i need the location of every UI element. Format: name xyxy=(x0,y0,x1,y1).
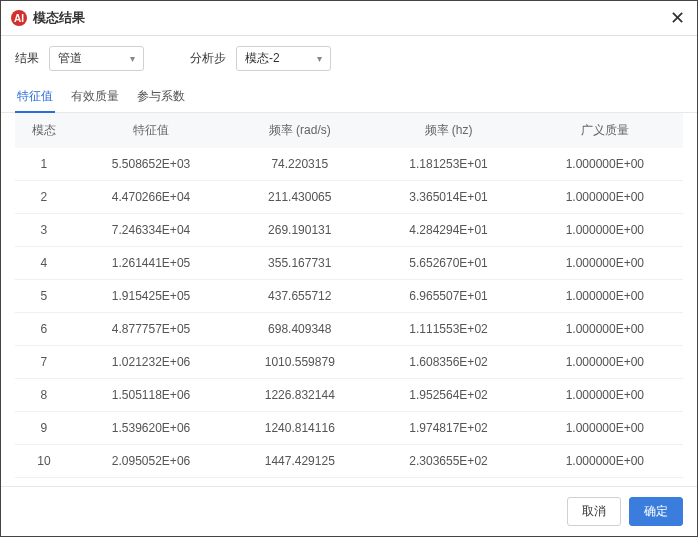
table-body: 15.508652E+0374.2203151.181253E+011.0000… xyxy=(15,148,683,486)
table-header-cell: 频率 (hz) xyxy=(370,113,526,148)
table-header-cell: 频率 (rad/s) xyxy=(229,113,370,148)
table-cell: 1.181253E+01 xyxy=(370,148,526,181)
table-cell: 3.365014E+01 xyxy=(370,181,526,214)
table-row: 71.021232E+061010.5598791.608356E+021.00… xyxy=(15,346,683,379)
table-row: 51.915425E+05437.6557126.965507E+011.000… xyxy=(15,280,683,313)
table-cell: 5.508652E+03 xyxy=(73,148,229,181)
table-cell: 7.246334E+04 xyxy=(73,214,229,247)
result-select[interactable]: 管道 ▾ xyxy=(49,46,144,71)
table-cell: 1.000000E+00 xyxy=(527,214,683,247)
app-icon: AI xyxy=(11,10,27,26)
table-cell: 1.000000E+00 xyxy=(527,346,683,379)
table-cell: 1.000000E+00 xyxy=(527,412,683,445)
table-row: 37.246334E+04269.1901314.284294E+011.000… xyxy=(15,214,683,247)
table-cell: 211.430065 xyxy=(229,181,370,214)
table-cell: 1.000000E+00 xyxy=(527,247,683,280)
table-cell: 1.915425E+05 xyxy=(73,280,229,313)
close-icon[interactable]: ✕ xyxy=(667,7,687,29)
tab-1[interactable]: 有效质量 xyxy=(69,81,121,112)
table-cell: 437.655712 xyxy=(229,280,370,313)
controls-row: 结果 管道 ▾ 分析步 模态-2 ▾ xyxy=(1,36,697,81)
table-cell: 11 xyxy=(15,478,73,487)
chevron-down-icon: ▾ xyxy=(130,53,135,64)
chevron-down-icon: ▾ xyxy=(317,53,322,64)
table-cell: 6 xyxy=(15,313,73,346)
table-cell: 1.000000E+00 xyxy=(527,313,683,346)
titlebar: AI 模态结果 ✕ xyxy=(1,1,697,36)
tabs: 特征值有效质量参与系数 xyxy=(1,81,697,113)
table-cell: 2.326181E+02 xyxy=(370,478,526,487)
table-cell: 1.505118E+06 xyxy=(73,379,229,412)
table-cell: 10 xyxy=(15,445,73,478)
table-cell: 1.000000E+00 xyxy=(527,379,683,412)
tab-2[interactable]: 参与系数 xyxy=(135,81,187,112)
dialog-title: 模态结果 xyxy=(33,9,85,27)
table-cell: 1 xyxy=(15,148,73,181)
table-cell: 9 xyxy=(15,412,73,445)
table-header-cell: 特征值 xyxy=(73,113,229,148)
table-row: 112.136224E+061461.5826282.326181E+021.0… xyxy=(15,478,683,487)
table-cell: 1.952564E+02 xyxy=(370,379,526,412)
step-select[interactable]: 模态-2 ▾ xyxy=(236,46,331,71)
table-cell: 355.167731 xyxy=(229,247,370,280)
table-cell: 1226.832144 xyxy=(229,379,370,412)
table-row: 41.261441E+05355.1677315.652670E+011.000… xyxy=(15,247,683,280)
table-cell: 1240.814116 xyxy=(229,412,370,445)
result-label: 结果 xyxy=(15,50,39,67)
table-cell: 1.000000E+00 xyxy=(527,148,683,181)
table-cell: 5.652670E+01 xyxy=(370,247,526,280)
table-cell: 1.539620E+06 xyxy=(73,412,229,445)
table-cell: 2.136224E+06 xyxy=(73,478,229,487)
ok-button[interactable]: 确定 xyxy=(629,497,683,526)
table-header-row: 模态特征值频率 (rad/s)频率 (hz)广义质量 xyxy=(15,113,683,148)
table-header-cell: 模态 xyxy=(15,113,73,148)
table-cell: 1.000000E+00 xyxy=(527,445,683,478)
table-cell: 269.190131 xyxy=(229,214,370,247)
table-cell: 2 xyxy=(15,181,73,214)
table-cell: 1010.559879 xyxy=(229,346,370,379)
step-label: 分析步 xyxy=(190,50,226,67)
cancel-button[interactable]: 取消 xyxy=(567,497,621,526)
table-cell: 698.409348 xyxy=(229,313,370,346)
table-row: 24.470266E+04211.4300653.365014E+011.000… xyxy=(15,181,683,214)
step-select-value: 模态-2 xyxy=(245,50,280,67)
table-cell: 4 xyxy=(15,247,73,280)
table-cell: 74.220315 xyxy=(229,148,370,181)
table-cell: 1461.582628 xyxy=(229,478,370,487)
tab-0[interactable]: 特征值 xyxy=(15,81,55,112)
table-wrap[interactable]: 模态特征值频率 (rad/s)频率 (hz)广义质量 15.508652E+03… xyxy=(1,113,697,486)
table-cell: 8 xyxy=(15,379,73,412)
table-cell: 6.965507E+01 xyxy=(370,280,526,313)
table-row: 102.095052E+061447.4291252.303655E+021.0… xyxy=(15,445,683,478)
result-select-value: 管道 xyxy=(58,50,82,67)
table-header-cell: 广义质量 xyxy=(527,113,683,148)
table-row: 91.539620E+061240.8141161.974817E+021.00… xyxy=(15,412,683,445)
table-cell: 1.974817E+02 xyxy=(370,412,526,445)
footer: 取消 确定 xyxy=(1,486,697,536)
table-cell: 1.608356E+02 xyxy=(370,346,526,379)
modal-results-dialog: AI 模态结果 ✕ 结果 管道 ▾ 分析步 模态-2 ▾ 特征值有效质量参与系数… xyxy=(0,0,698,537)
table-row: 81.505118E+061226.8321441.952564E+021.00… xyxy=(15,379,683,412)
table-cell: 1.021232E+06 xyxy=(73,346,229,379)
table-cell: 1447.429125 xyxy=(229,445,370,478)
table-row: 64.877757E+05698.4093481.111553E+021.000… xyxy=(15,313,683,346)
table-cell: 4.877757E+05 xyxy=(73,313,229,346)
results-table: 模态特征值频率 (rad/s)频率 (hz)广义质量 15.508652E+03… xyxy=(15,113,683,486)
table-row: 15.508652E+0374.2203151.181253E+011.0000… xyxy=(15,148,683,181)
table-cell: 1.261441E+05 xyxy=(73,247,229,280)
titlebar-left: AI 模态结果 xyxy=(11,9,85,27)
table-cell: 4.470266E+04 xyxy=(73,181,229,214)
table-cell: 1.000000E+00 xyxy=(527,280,683,313)
table-cell: 7 xyxy=(15,346,73,379)
table-cell: 1.000000E+00 xyxy=(527,181,683,214)
table-cell: 3 xyxy=(15,214,73,247)
table-cell: 1.111553E+02 xyxy=(370,313,526,346)
table-cell: 4.284294E+01 xyxy=(370,214,526,247)
table-cell: 1.000000E+00 xyxy=(527,478,683,487)
table-cell: 5 xyxy=(15,280,73,313)
table-cell: 2.303655E+02 xyxy=(370,445,526,478)
table-cell: 2.095052E+06 xyxy=(73,445,229,478)
